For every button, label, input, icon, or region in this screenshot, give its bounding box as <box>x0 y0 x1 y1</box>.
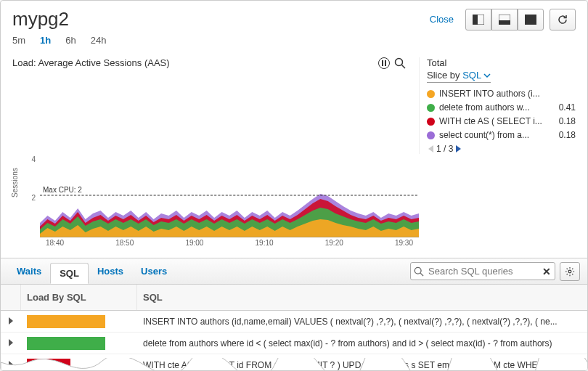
layout-split-button[interactable] <box>465 9 491 30</box>
legend-item-label: WITH cte AS ( SELECT i... <box>439 116 555 126</box>
y-axis-label: Sessions <box>11 168 19 197</box>
layout-full-button[interactable] <box>518 9 544 30</box>
slice-by-dropdown[interactable]: Slice by SQL <box>427 70 491 83</box>
svg-rect-4 <box>525 15 536 25</box>
y-tick: 4 <box>31 155 36 163</box>
layout-bottom-button[interactable] <box>491 9 518 30</box>
expand-icon <box>9 317 13 325</box>
legend-item-value: 0.18 <box>559 116 576 126</box>
search-input[interactable] <box>410 262 555 280</box>
sessions-chart[interactable]: Sessions 4 2 Max CPU: 2 18:40 18:50 19:0… <box>12 154 419 252</box>
legend-item[interactable]: select count(*) from a...0.18 <box>427 130 576 140</box>
load-bar-cell <box>21 312 137 331</box>
legend-item[interactable]: INSERT INTO authors (i... <box>427 89 576 99</box>
layout-button-group <box>465 9 576 30</box>
tab-sql[interactable]: SQL <box>50 263 89 284</box>
time-tab-6h[interactable]: 6h <box>65 35 75 46</box>
x-tick: 19:10 <box>256 239 274 252</box>
zoom-icon[interactable] <box>394 57 406 69</box>
pause-icon[interactable] <box>378 57 390 69</box>
legend-item-value: 0.18 <box>559 130 576 140</box>
expand-icon <box>9 339 13 346</box>
legend-color-dot <box>427 118 435 126</box>
x-tick: 19:30 <box>395 239 413 252</box>
search-icon <box>414 266 424 277</box>
legend-pager: 1 / 3 <box>427 144 576 154</box>
svg-line-8 <box>402 65 406 69</box>
load-bar <box>27 315 105 328</box>
legend-color-dot <box>427 131 435 139</box>
time-tab-5m[interactable]: 5m <box>12 35 25 46</box>
y-tick: 2 <box>31 193 36 201</box>
x-tick: 19:20 <box>325 239 343 252</box>
legend-item-label: select count(*) from a... <box>439 130 555 140</box>
svg-point-7 <box>396 59 403 66</box>
clear-search-icon[interactable]: ✕ <box>542 266 551 277</box>
x-tick: 18:50 <box>115 239 134 252</box>
chart-svg <box>40 154 419 237</box>
expand-row-button[interactable] <box>1 311 21 331</box>
x-tick: 19:00 <box>185 239 203 252</box>
sql-text-cell[interactable]: delete from authors where id < ( select … <box>137 334 587 353</box>
svg-rect-6 <box>385 60 386 66</box>
legend-color-dot <box>427 90 435 98</box>
page-title: mypg2 <box>12 8 430 30</box>
legend-item-label: INSERT INTO authors (i... <box>439 89 571 99</box>
legend-total-label: Total <box>427 57 576 68</box>
sql-table-header: Load By SQL SQL <box>1 285 587 311</box>
legend-panel: Total Slice by SQL INSERT INTO authors (… <box>419 57 576 154</box>
close-link[interactable]: Close <box>430 14 454 25</box>
legend-item-label: delete from authors w... <box>439 102 555 113</box>
tab-waits[interactable]: Waits <box>8 261 50 281</box>
svg-rect-1 <box>473 15 478 25</box>
load-bar <box>27 337 105 350</box>
pager-text: 1 / 3 <box>436 144 453 154</box>
sql-text-cell[interactable]: INSERT INTO authors (id,name,email) VALU… <box>137 312 587 331</box>
legend-item[interactable]: delete from authors w...0.41 <box>427 102 576 113</box>
settings-button[interactable] <box>560 262 580 281</box>
slice-value: SQL <box>462 70 481 81</box>
tab-users[interactable]: Users <box>132 261 176 281</box>
col-load-by-sql[interactable]: Load By SQL <box>21 285 137 310</box>
legend-item[interactable]: WITH cte AS ( SELECT i...0.18 <box>427 116 576 126</box>
time-range-tabs: 5m 1h 6h 24h <box>1 35 587 53</box>
svg-point-13 <box>568 270 571 273</box>
col-sql[interactable]: SQL <box>137 285 587 310</box>
expand-row-button[interactable] <box>1 333 21 353</box>
torn-edge-decoration <box>1 358 588 371</box>
pager-prev-icon[interactable] <box>428 145 433 152</box>
chevron-down-icon <box>483 73 491 78</box>
svg-rect-3 <box>499 20 510 25</box>
time-tab-24h[interactable]: 24h <box>91 35 107 46</box>
table-row: delete from authors where id < ( select … <box>1 333 587 354</box>
svg-rect-5 <box>382 60 383 66</box>
svg-line-12 <box>420 273 423 276</box>
svg-point-11 <box>415 267 421 274</box>
gear-icon <box>565 266 575 277</box>
x-tick: 18:40 <box>46 239 64 252</box>
table-row: INSERT INTO authors (id,name,email) VALU… <box>1 311 587 333</box>
refresh-button[interactable] <box>550 9 576 30</box>
pager-next-icon[interactable] <box>456 145 461 152</box>
tab-hosts[interactable]: Hosts <box>89 261 132 281</box>
slice-label: Slice by <box>427 70 462 81</box>
load-bar-cell <box>21 334 137 353</box>
load-label: Load: Average Active Sessions (AAS) <box>12 57 170 68</box>
time-tab-1h[interactable]: 1h <box>40 35 51 46</box>
legend-color-dot <box>427 104 435 112</box>
legend-item-value: 0.41 <box>559 102 576 113</box>
